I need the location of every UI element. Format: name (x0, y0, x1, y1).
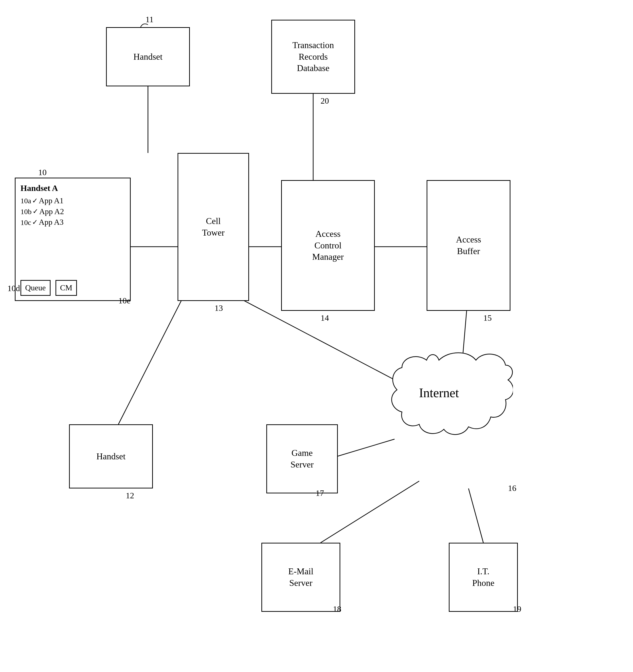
app-a1-row: 10a ✓ App A1 (21, 196, 64, 206)
transaction-db-box: Transaction Records Database (271, 20, 355, 94)
app-a3-label: App A3 (39, 217, 64, 227)
ref-15: 15 (483, 313, 492, 323)
ref-16: 16 (508, 483, 516, 493)
cm-box: CM (55, 280, 77, 296)
app-a2-label: App A2 (39, 207, 64, 217)
ref-14: 14 (321, 313, 329, 323)
handset-top-label: Handset (133, 51, 163, 63)
ref-12: 12 (126, 491, 134, 500)
email-server-label: E-Mail Server (288, 566, 313, 589)
game-server-box: Game Server (266, 424, 338, 494)
ref-10b: 10b (21, 207, 31, 216)
handset-a-title: Handset A (21, 183, 58, 194)
game-server-label: Game Server (291, 447, 314, 471)
diagram: 11 Handset Transaction Records Database … (0, 0, 633, 672)
access-buffer-label: Access Buffer (456, 234, 481, 257)
ref-18: 18 (333, 604, 341, 614)
internet-cloud: Internet (365, 345, 513, 479)
cell-tower-box: Cell Tower (177, 153, 249, 301)
ref-17: 17 (316, 488, 324, 498)
handset-bottom-label: Handset (96, 451, 125, 462)
ref-19: 19 (513, 604, 521, 614)
ref-10e: 10e (118, 296, 130, 306)
ref-20: 20 (321, 96, 329, 105)
access-control-box: Access Control Manager (281, 180, 375, 311)
app-a1-label: App A1 (39, 196, 64, 206)
handset-a-box: Handset A 10a ✓ App A1 10b ✓ App A2 10c … (15, 177, 131, 301)
ref-10a: 10a (21, 196, 31, 206)
handset-top-box: Handset (106, 27, 190, 86)
ref-10: 10 (38, 168, 47, 177)
queue-box: Queue (21, 280, 51, 296)
cell-tower-label: Cell Tower (202, 215, 224, 239)
it-phone-label: I.T. Phone (472, 566, 494, 589)
it-phone-box: I.T. Phone (449, 543, 518, 612)
svg-line-5 (118, 289, 188, 424)
svg-text:Internet: Internet (419, 386, 459, 400)
ref-11: 11 (145, 15, 154, 24)
access-buffer-box: Access Buffer (427, 180, 510, 311)
transaction-db-label: Transaction Records Database (292, 40, 334, 74)
app-a2-row: 10b ✓ App A2 (21, 207, 64, 217)
svg-line-10 (468, 488, 483, 543)
email-server-box: E-Mail Server (261, 543, 340, 612)
handset-bottom-box: Handset (69, 424, 153, 488)
queue-cm-row: Queue CM (21, 280, 77, 296)
access-control-label: Access Control Manager (312, 228, 344, 263)
ref-10c: 10c (21, 218, 31, 227)
ref-10d: 10d (7, 284, 20, 293)
ref-13: 13 (215, 304, 223, 313)
app-a3-row: 10c ✓ App A3 (21, 217, 64, 227)
